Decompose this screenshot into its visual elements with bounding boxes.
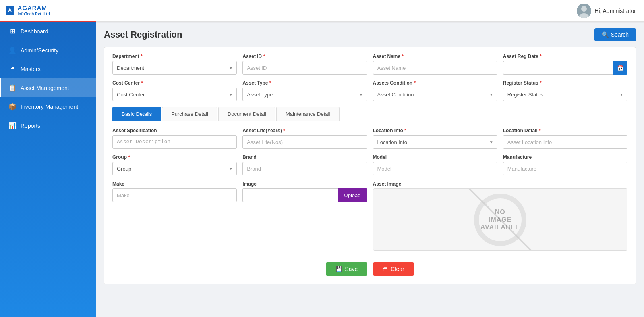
sidebar-item-reports[interactable]: 📊 Reports (0, 116, 96, 135)
asset-name-required: * (400, 54, 404, 59)
department-select-wrapper: Department (112, 61, 237, 75)
department-required: * (139, 54, 143, 59)
form-card: Department * Department Asset ID * (104, 47, 636, 284)
sidebar-label-admin: Admin/Security (21, 47, 58, 54)
brand-input[interactable] (242, 162, 367, 175)
sidebar: A AGARAM InfoTech Pvt. Ltd. ⊞ Dashboard … (0, 0, 96, 317)
manufacture-input[interactable] (503, 162, 627, 175)
assets-condition-select-wrapper: Asset Condition (373, 88, 497, 101)
bottom-actions: 💾 Save 🗑 Clear (112, 257, 627, 277)
cost-center-group: Cost Center * Cost Center (112, 80, 237, 101)
asset-reg-date-group: Asset Reg Date * 8/30/2024 📅 (503, 54, 627, 75)
tab-maintenance-detail[interactable]: Maintenance Detail (276, 107, 340, 121)
sidebar-item-inventory[interactable]: 📦 Inventory Management (0, 97, 96, 116)
image-label: Image (242, 181, 367, 187)
reg-date-required: * (538, 54, 542, 59)
cost-center-select[interactable]: Cost Center (112, 88, 237, 101)
clear-label: Clear (391, 266, 404, 272)
cost-center-select-wrapper: Cost Center (112, 88, 237, 101)
brand-label: Brand (242, 154, 367, 160)
sidebar-item-dashboard[interactable]: ⊞ Dashboard (0, 22, 96, 41)
masters-icon: 🖥 (8, 65, 17, 73)
search-btn-label: Search (611, 31, 629, 38)
asset-id-input[interactable] (242, 61, 367, 75)
asset-type-label: Asset Type * (242, 80, 367, 86)
page-header: Asset Registration 🔍 Search (104, 28, 636, 41)
manufacture-group: Manufacture (503, 154, 627, 175)
cost-center-label: Cost Center * (112, 80, 237, 86)
search-button[interactable]: 🔍 Search (594, 28, 636, 41)
location-info-group: Location Info * Location Info (373, 128, 497, 149)
avatar (577, 4, 591, 18)
asset-reg-date-input[interactable]: 8/30/2024 (503, 61, 613, 75)
location-info-select-wrapper: Location Info (373, 135, 497, 149)
condition-required: * (412, 80, 416, 86)
logo-icon: A (6, 6, 14, 15)
sidebar-label-reports: Reports (21, 123, 40, 129)
register-status-select[interactable]: Register Status (503, 88, 627, 101)
register-status-label: Register Status * (503, 80, 627, 86)
basic-details-row-3: Make Image Upload Asset Image NOIMA (112, 181, 627, 251)
asset-life-input[interactable] (242, 135, 367, 149)
group-select-wrapper: Group (112, 162, 237, 175)
asset-type-select[interactable]: Asset Type (242, 88, 367, 101)
asset-life-label: Asset Life(Years) * (242, 128, 367, 133)
location-detail-input[interactable] (503, 135, 627, 149)
asset-type-required: * (268, 80, 271, 86)
tab-purchase-detail[interactable]: Purchase Detail (162, 107, 217, 121)
topbar: Hi, Administrator (96, 0, 644, 22)
save-button[interactable]: 💾 Save (326, 262, 367, 276)
image-file-input[interactable] (242, 188, 338, 202)
search-icon: 🔍 (602, 31, 609, 38)
model-label: Model (373, 154, 497, 160)
cost-center-required: * (140, 80, 143, 86)
logo-sub: InfoTech Pvt. Ltd. (17, 11, 51, 17)
sidebar-item-admin-security[interactable]: 👤 Admin/Security (0, 41, 96, 60)
location-detail-group: Location Detail * (503, 128, 627, 149)
asset-name-label: Asset Name * (373, 54, 497, 59)
logo-brand: AGARAM (17, 4, 51, 11)
group-group: Group * Group (112, 154, 237, 175)
location-info-select[interactable]: Location Info (373, 135, 497, 149)
save-label: Save (345, 266, 358, 272)
asset-life-required: * (282, 128, 285, 133)
calendar-button[interactable]: 📅 (613, 61, 627, 75)
asset-specification-group: Asset Specification (112, 128, 237, 149)
assets-condition-select[interactable]: Asset Condition (373, 88, 497, 101)
no-image-box: NOIMAGEAVAILABLE (373, 188, 628, 251)
logo-area: A AGARAM InfoTech Pvt. Ltd. (0, 0, 96, 22)
register-status-group: Register Status * Register Status (503, 80, 627, 101)
tab-basic-details[interactable]: Basic Details (112, 107, 161, 121)
model-input[interactable] (373, 162, 497, 175)
make-input[interactable] (112, 188, 237, 202)
asset-type-group: Asset Type * Asset Type (242, 80, 367, 101)
tabs-bar: Basic Details Purchase Detail Document D… (112, 107, 627, 121)
clear-button[interactable]: 🗑 Clear (373, 262, 414, 276)
location-info-required: * (403, 128, 406, 133)
sidebar-item-asset-management[interactable]: 📋 Asset Management (0, 78, 96, 97)
upload-wrapper: Upload (242, 188, 367, 202)
asset-specification-label: Asset Specification (112, 128, 237, 133)
form-row-2: Cost Center * Cost Center Asset Type * (112, 80, 627, 101)
sidebar-item-masters[interactable]: 🖥 Masters (0, 60, 96, 78)
asset-type-select-wrapper: Asset Type (242, 88, 367, 101)
tab-document-detail[interactable]: Document Detail (218, 107, 275, 121)
no-image-circle: NOIMAGEAVAILABLE (474, 194, 526, 246)
user-info: Hi, Administrator (577, 4, 636, 18)
model-group: Model (373, 154, 497, 175)
department-select[interactable]: Department (112, 61, 237, 75)
group-select[interactable]: Group (112, 162, 237, 175)
inventory-icon: 📦 (8, 103, 17, 111)
asset-specification-input[interactable] (112, 135, 237, 149)
clear-icon: 🗑 (383, 266, 388, 272)
basic-details-row-2: Group * Group Brand Model (112, 154, 627, 175)
sidebar-label-asset: Asset Management (21, 85, 69, 91)
sidebar-label-masters: Masters (21, 66, 41, 72)
asset-name-input[interactable] (373, 61, 497, 75)
upload-button[interactable]: Upload (338, 188, 367, 202)
asset-id-group: Asset ID * (242, 54, 367, 75)
asset-reg-date-label: Asset Reg Date * (503, 54, 627, 59)
location-detail-required: * (538, 128, 541, 133)
manufacture-label: Manufacture (503, 154, 627, 160)
date-input-wrap: 8/30/2024 📅 (503, 61, 627, 75)
